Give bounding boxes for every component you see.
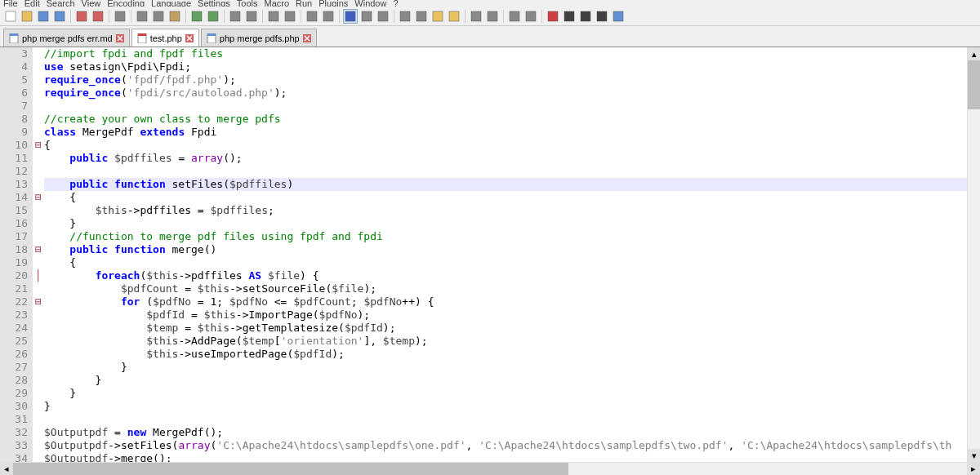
menu-item-edit[interactable]: Edit [24,0,40,7]
code-line[interactable]: $this->pdffiles = $pdffiles; [44,204,980,217]
folder-icon[interactable] [447,9,461,24]
doc-map-icon[interactable] [469,9,483,24]
fold-marker[interactable] [33,256,44,269]
tab-close-icon[interactable] [185,34,194,42]
play-icon[interactable] [578,9,593,24]
close-all-icon[interactable] [91,9,105,24]
show-all-icon[interactable] [359,9,374,24]
fold-marker[interactable]: │ [33,269,44,282]
menu-item-tools[interactable]: Tools [237,0,258,7]
fold-marker[interactable] [33,426,44,439]
doc-list-icon[interactable] [485,9,500,24]
code-line[interactable]: } [44,217,980,230]
code-line[interactable]: for ($pdfNo = 1; $pdfNo <= $pdfCount; $p… [44,295,980,309]
fold-marker[interactable] [33,60,44,73]
scroll-right-button[interactable]: ▸ [967,463,980,475]
menu-item-?[interactable]: ? [393,0,398,7]
code-line[interactable]: { [44,256,980,269]
tab-close-icon[interactable] [116,34,124,42]
print-icon[interactable] [113,9,127,24]
fold-marker[interactable]: ⊟ [33,139,44,152]
save-all-icon[interactable] [52,9,67,24]
find-icon[interactable] [228,9,243,24]
code-line[interactable]: public function setFiles($pdffiles) [44,178,980,191]
horizontal-scrollbar[interactable]: ◂ ▸ [0,462,980,475]
code-area[interactable]: //import fpdi and fpdf filesuse setasign… [44,47,980,462]
code-line[interactable]: use setasign\Fpdi\Fpdi; [44,60,980,73]
menu-item-language[interactable]: Language [151,0,191,7]
fold-marker[interactable] [33,335,44,348]
record-icon[interactable] [546,9,560,24]
menu-item-run[interactable]: Run [296,0,312,7]
fold-marker[interactable] [33,87,44,100]
fold-marker[interactable] [33,413,44,426]
fold-marker[interactable] [33,230,44,243]
menu-item-macro[interactable]: Macro [264,0,289,7]
menu-item-plugins[interactable]: Plugins [318,0,348,7]
code-line[interactable]: $pdfCount = $this->setSourceFile($file); [44,282,980,295]
open-icon[interactable] [20,9,34,24]
stop-icon[interactable] [562,9,577,24]
scroll-up-button[interactable]: ▴ [968,47,980,60]
fold-marker[interactable] [33,100,44,113]
fold-marker[interactable] [33,374,44,387]
horizontal-scroll-track[interactable] [13,463,967,475]
fold-marker[interactable] [33,47,44,60]
fold-marker[interactable] [33,348,44,361]
redo-icon[interactable] [206,9,220,24]
func-list-icon[interactable] [430,9,445,24]
code-line[interactable]: //import fpdi and fpdf files [44,47,980,60]
save-icon[interactable] [36,9,51,24]
fold-marker[interactable] [33,309,44,322]
tab-close-icon[interactable] [303,34,311,42]
sync-h-icon[interactable] [321,9,336,24]
sync-v-icon[interactable] [305,9,319,24]
fold-marker[interactable] [33,387,44,400]
file-tab[interactable]: php merge pdfs.php [201,29,317,47]
menu-item-encoding[interactable]: Encoding [107,0,145,7]
code-line[interactable]: require_once('fpdf/fpdf.php'); [44,73,980,87]
code-line[interactable]: { [44,139,980,152]
code-line[interactable]: $pdfId = $this->ImportPage($pdfNo); [44,309,980,322]
code-line[interactable]: $Outputpdf->setFiles(array('C:\Apache24\… [44,439,980,452]
code-line[interactable]: } [44,361,980,374]
fold-marker[interactable] [33,400,44,413]
fold-marker[interactable] [33,113,44,126]
new-icon[interactable] [3,9,18,24]
play-multi-icon[interactable] [595,9,609,24]
code-line[interactable]: public function merge() [44,243,980,256]
close-icon[interactable] [74,9,89,24]
zoom-in-icon[interactable] [266,9,281,24]
code-line[interactable]: $temp = $this->getTemplatesize($pdfId); [44,322,980,335]
word-wrap-icon[interactable] [343,9,358,24]
monitor-icon[interactable] [414,9,429,24]
file-tab[interactable]: test.php [131,29,199,47]
fold-marker[interactable]: ⊟ [33,295,44,309]
code-line[interactable] [44,100,980,113]
code-line[interactable]: public $pdffiles = array(); [44,152,980,165]
bookmark-icon[interactable] [523,9,538,24]
code-line[interactable] [44,413,980,426]
vertical-scrollbar[interactable]: ▴ ▾ [967,47,980,462]
copy-icon[interactable] [151,9,166,24]
menu-item-settings[interactable]: Settings [198,0,230,7]
fold-marker[interactable] [33,361,44,374]
menu-item-window[interactable]: Window [354,0,386,7]
comment-icon[interactable] [507,9,522,24]
fold-marker[interactable] [33,178,44,191]
code-line[interactable]: } [44,400,980,413]
fold-marker[interactable] [33,152,44,165]
save-macro-icon[interactable] [611,9,626,24]
replace-icon[interactable] [244,9,259,24]
lang-icon[interactable] [398,9,412,24]
code-line[interactable]: $Outputpdf->merge(); [44,452,980,462]
code-line[interactable]: require_once('fpdi/src/autoload.php'); [44,87,980,100]
code-line[interactable]: $this->useImportedPage($pdfId); [44,348,980,361]
menu-item-view[interactable]: View [82,0,101,7]
fold-marker[interactable] [33,204,44,217]
undo-icon[interactable] [189,9,204,24]
code-line[interactable]: } [44,374,980,387]
paste-icon[interactable] [167,9,182,24]
horizontal-scroll-thumb[interactable] [13,463,568,475]
fold-column[interactable]: ⊟⊟⊟│⊟ [33,47,44,462]
